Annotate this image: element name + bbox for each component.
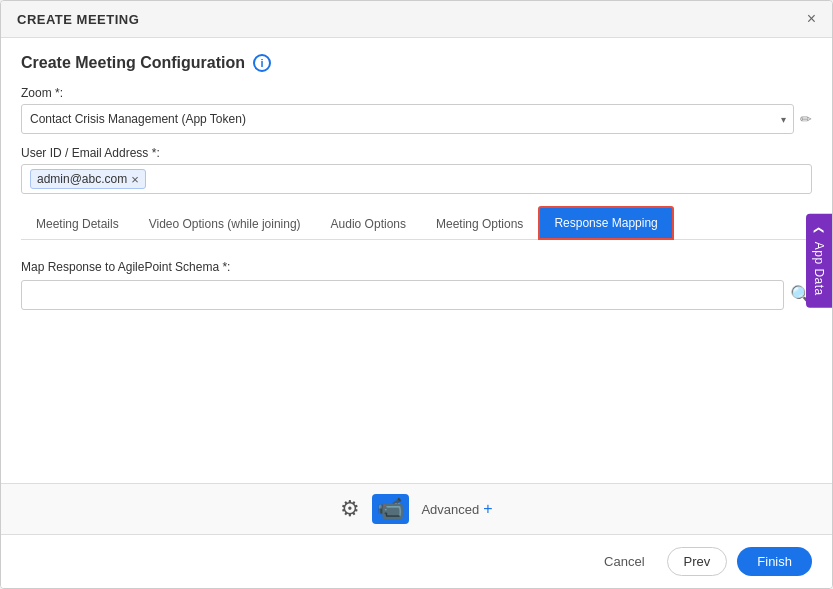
gear-icon[interactable]: ⚙	[340, 496, 360, 522]
section-title: Create Meeting Configuration i	[21, 54, 812, 72]
modal-container: CREATE MEETING × Create Meeting Configur…	[0, 0, 833, 589]
action-bar: Cancel Prev Finish	[1, 534, 832, 588]
app-data-panel[interactable]: ❮ App Data	[806, 213, 832, 308]
advanced-plus-icon[interactable]: +	[483, 500, 492, 518]
prev-button[interactable]: Prev	[667, 547, 728, 576]
zoom-select-wrapper: Contact Crisis Management (App Token) ▾ …	[21, 104, 812, 134]
tab-audio-options[interactable]: Audio Options	[316, 206, 421, 240]
section-title-text: Create Meeting Configuration	[21, 54, 245, 72]
userid-label: User ID / Email Address *:	[21, 146, 812, 160]
userid-tag-remove[interactable]: ×	[131, 173, 139, 186]
userid-tag: admin@abc.com ×	[30, 169, 146, 189]
info-icon[interactable]: i	[253, 54, 271, 72]
modal-header: CREATE MEETING ×	[1, 1, 832, 38]
tabs-container: Meeting Details Video Options (while joi…	[21, 206, 812, 240]
finish-button[interactable]: Finish	[737, 547, 812, 576]
modal-body: Create Meeting Configuration i Zoom *: C…	[1, 38, 832, 483]
userid-tag-input[interactable]: admin@abc.com ×	[21, 164, 812, 194]
zoom-field-group: Zoom *: Contact Crisis Management (App T…	[21, 86, 812, 134]
zoom-select-container: Contact Crisis Management (App Token) ▾	[21, 104, 794, 134]
map-input-wrapper: 🔍	[21, 280, 812, 310]
footer-bar: ⚙ 📹 Advanced +	[1, 483, 832, 534]
userid-tag-value: admin@abc.com	[37, 172, 127, 186]
map-response-input[interactable]	[21, 280, 784, 310]
cancel-button[interactable]: Cancel	[592, 548, 656, 575]
zoom-edit-icon[interactable]: ✏	[800, 111, 812, 127]
app-data-arrow-icon: ❮	[814, 225, 825, 234]
zoom-select[interactable]: Contact Crisis Management (App Token)	[21, 104, 794, 134]
map-response-label: Map Response to AgilePoint Schema *:	[21, 260, 812, 274]
modal-title: CREATE MEETING	[17, 12, 139, 27]
app-data-label: App Data	[812, 242, 826, 296]
video-icon[interactable]: 📹	[372, 494, 409, 524]
userid-field-group: User ID / Email Address *: admin@abc.com…	[21, 146, 812, 194]
tab-meeting-details[interactable]: Meeting Details	[21, 206, 134, 240]
zoom-label: Zoom *:	[21, 86, 812, 100]
tab-content-response-mapping: Map Response to AgilePoint Schema *: 🔍	[21, 256, 812, 314]
advanced-label-text: Advanced +	[421, 500, 492, 518]
tab-response-mapping[interactable]: Response Mapping	[538, 206, 673, 240]
close-button[interactable]: ×	[807, 11, 816, 27]
tab-meeting-options[interactable]: Meeting Options	[421, 206, 538, 240]
tab-video-options[interactable]: Video Options (while joining)	[134, 206, 316, 240]
